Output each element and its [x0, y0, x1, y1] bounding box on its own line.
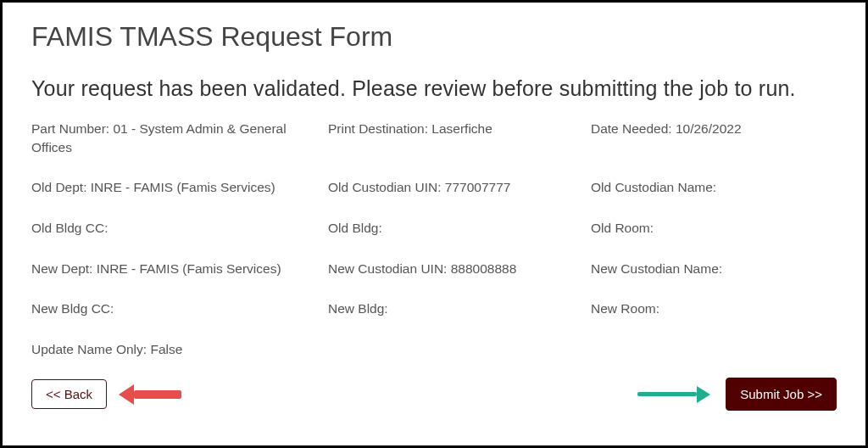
field-old-dept: Old Dept: INRE - FAMIS (Famis Services): [31, 178, 320, 197]
validation-message: Your request has been validated. Please …: [31, 76, 837, 101]
annotation-arrow-right-icon: [637, 386, 710, 403]
field-date-needed: Date Needed: 10/26/2022: [591, 120, 837, 156]
field-print-destination: Print Destination: Laserfiche: [328, 120, 582, 156]
field-new-bldg: New Bldg:: [328, 300, 582, 318]
back-button[interactable]: << Back: [31, 379, 107, 409]
field-part-number: Part Number: 01 - System Admin & General…: [31, 120, 320, 156]
field-old-custodian-uin: Old Custodian UIN: 777007777: [328, 178, 582, 197]
review-grid: Part Number: 01 - System Admin & General…: [31, 120, 837, 318]
field-new-custodian-uin: New Custodian UIN: 888008888: [328, 260, 582, 278]
field-old-bldg-cc: Old Bldg CC:: [31, 219, 320, 238]
field-new-bldg-cc: New Bldg CC:: [31, 300, 320, 318]
annotation-arrow-left-icon: [119, 384, 181, 405]
form-frame: FAMIS TMASS Request Form Your request ha…: [0, 0, 868, 448]
field-new-custodian-name: New Custodian Name:: [591, 260, 837, 278]
field-old-custodian-name: Old Custodian Name:: [591, 178, 837, 197]
submit-job-button[interactable]: Submit Job >>: [726, 378, 837, 411]
field-old-room: Old Room:: [591, 219, 837, 238]
page-title: FAMIS TMASS Request Form: [31, 21, 837, 53]
field-new-dept: New Dept: INRE - FAMIS (Famis Services): [31, 260, 320, 278]
field-update-name-only: Update Name Only: False: [31, 342, 837, 357]
footer-left: << Back: [31, 379, 181, 409]
footer-right: Submit Job >>: [637, 378, 837, 411]
footer-actions: << Back Submit Job >>: [31, 378, 837, 411]
field-old-bldg: Old Bldg:: [328, 219, 582, 238]
field-new-room: New Room:: [591, 300, 837, 318]
